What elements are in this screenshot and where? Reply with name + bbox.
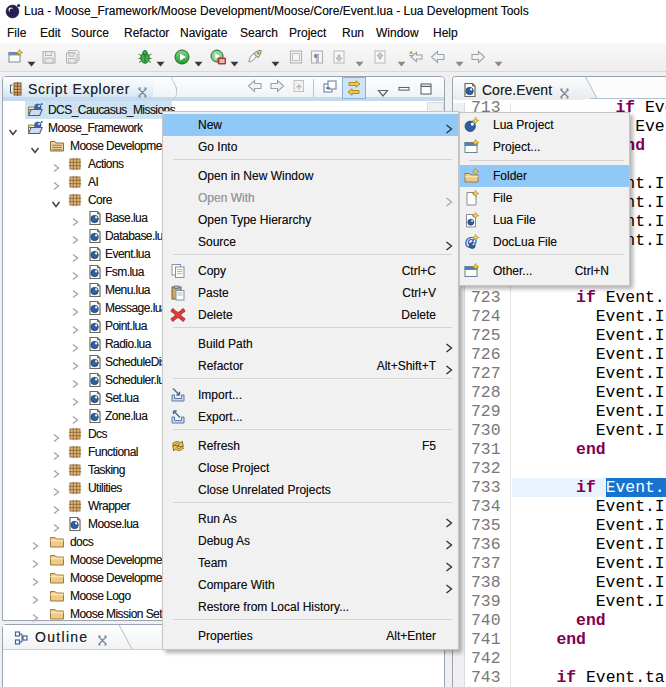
svg-text:¶: ¶ [314, 51, 319, 63]
